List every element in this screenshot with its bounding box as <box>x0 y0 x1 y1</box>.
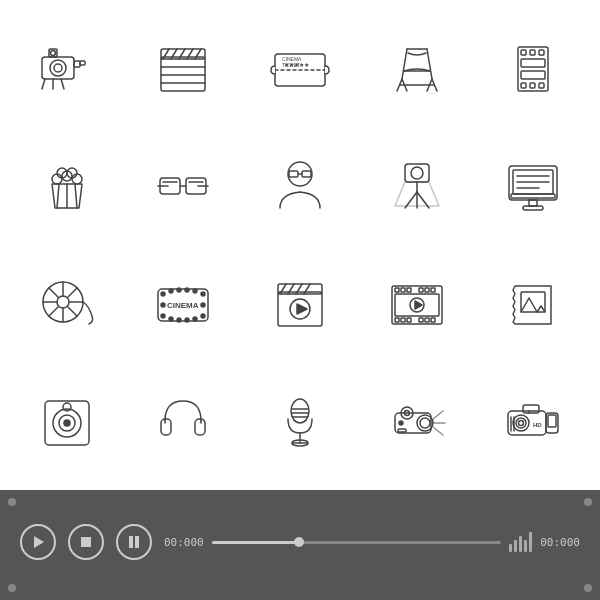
stop-button[interactable] <box>68 524 104 560</box>
svg-point-131 <box>63 403 71 411</box>
svg-line-85 <box>49 307 58 316</box>
svg-point-136 <box>291 399 309 423</box>
vol-bar-3 <box>519 536 522 552</box>
corner-bl <box>8 584 16 592</box>
svg-rect-111 <box>395 288 399 292</box>
svg-marker-125 <box>415 301 422 309</box>
svg-point-89 <box>177 288 181 292</box>
film-reel-icon <box>17 264 117 344</box>
svg-point-2 <box>54 64 62 72</box>
clapperboard-icon <box>133 29 233 109</box>
corner-tl <box>8 498 16 506</box>
progress-section: 00:000 00:000 <box>164 532 580 552</box>
svg-text:HD: HD <box>533 422 542 428</box>
svg-line-84 <box>68 288 77 297</box>
svg-rect-68 <box>509 166 557 200</box>
svg-rect-38 <box>521 83 526 88</box>
svg-point-88 <box>169 289 173 293</box>
time-total: 00:000 <box>540 536 580 549</box>
svg-point-145 <box>420 418 430 428</box>
svg-rect-70 <box>529 200 537 206</box>
icon-row-1: ★★★★★ CINEMA TICKET <box>0 10 600 128</box>
popcorn-icon <box>17 146 117 226</box>
svg-rect-114 <box>419 288 423 292</box>
svg-point-4 <box>50 50 55 55</box>
svg-rect-40 <box>539 83 544 88</box>
svg-rect-133 <box>195 419 205 435</box>
svg-line-83 <box>68 307 77 316</box>
movie-camera-icon <box>17 29 117 109</box>
svg-line-25 <box>402 49 407 79</box>
svg-line-45 <box>75 184 77 208</box>
svg-rect-60 <box>302 171 311 177</box>
corner-br <box>584 584 592 592</box>
svg-rect-37 <box>539 50 544 55</box>
speaker-icon <box>17 381 117 461</box>
svg-rect-122 <box>431 318 435 322</box>
svg-line-5 <box>42 79 45 89</box>
svg-rect-113 <box>407 288 411 292</box>
volume-bars <box>509 532 532 552</box>
3d-glasses-icon <box>133 146 233 226</box>
icon-row-2 <box>0 128 600 246</box>
svg-point-92 <box>201 292 205 296</box>
svg-rect-35 <box>521 50 526 55</box>
svg-rect-36 <box>530 50 535 55</box>
svg-rect-112 <box>401 288 405 292</box>
svg-text:TICKET: TICKET <box>282 62 300 68</box>
svg-rect-120 <box>419 318 423 322</box>
svg-point-94 <box>201 314 205 318</box>
time-current: 00:000 <box>164 536 204 549</box>
vol-bar-4 <box>524 540 527 552</box>
svg-rect-39 <box>530 83 535 88</box>
svg-point-100 <box>161 303 165 307</box>
play-button[interactable] <box>20 524 56 560</box>
directors-chair-icon <box>367 29 467 109</box>
svg-line-43 <box>57 184 59 208</box>
clapperboard-play-icon <box>250 264 350 344</box>
svg-point-97 <box>177 318 181 322</box>
person-3d-glasses-icon <box>250 146 350 226</box>
svg-point-153 <box>519 421 524 426</box>
svg-rect-10 <box>161 57 205 91</box>
svg-point-87 <box>161 292 165 296</box>
svg-rect-132 <box>161 419 171 435</box>
svg-point-152 <box>516 418 526 428</box>
progress-thumb <box>294 537 304 547</box>
hd-camcorder-icon: HD <box>483 381 583 461</box>
svg-rect-71 <box>523 206 543 210</box>
headphones-icon <box>133 381 233 461</box>
svg-rect-42 <box>521 71 545 79</box>
svg-marker-161 <box>34 536 44 548</box>
svg-rect-157 <box>548 415 556 427</box>
svg-rect-121 <box>425 318 429 322</box>
svg-rect-149 <box>398 429 406 432</box>
svg-line-82 <box>49 288 58 297</box>
film-photo-icon <box>483 264 583 344</box>
svg-text:CINEMA: CINEMA <box>167 301 199 310</box>
pause-button[interactable] <box>116 524 152 560</box>
svg-rect-9 <box>80 61 85 65</box>
vol-bar-1 <box>509 544 512 552</box>
svg-point-130 <box>64 420 70 426</box>
corner-tr <box>584 498 592 506</box>
svg-point-93 <box>201 303 205 307</box>
spotlight-icon <box>367 146 467 226</box>
svg-point-98 <box>169 317 173 321</box>
svg-rect-8 <box>74 61 80 67</box>
player-controls-row: 00:000 00:000 <box>20 524 580 560</box>
svg-marker-109 <box>297 304 307 314</box>
progress-bar[interactable] <box>212 541 502 544</box>
svg-rect-41 <box>521 59 545 67</box>
vol-bar-2 <box>514 540 517 552</box>
svg-rect-117 <box>395 318 399 322</box>
svg-rect-59 <box>289 171 298 177</box>
icons-area: ★★★★★ CINEMA TICKET <box>0 0 600 490</box>
progress-fill <box>212 541 299 544</box>
svg-point-96 <box>185 318 189 322</box>
vol-bar-5 <box>529 532 532 552</box>
icon-row-3: CINEMA <box>0 245 600 363</box>
icon-row-4: HD <box>0 363 600 481</box>
svg-rect-154 <box>523 405 539 413</box>
svg-rect-72 <box>511 194 555 198</box>
